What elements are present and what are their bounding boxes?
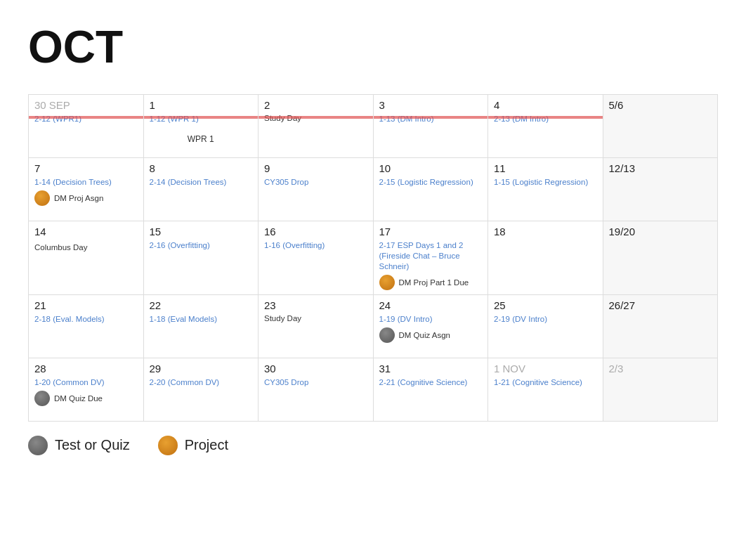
event-text[interactable]: 2-21 (Cognitive Science) [379,377,483,388]
legend-quiz-label: Test or Quiz [55,437,130,453]
event-text[interactable]: CY305 Drop [264,177,367,188]
orange-badge-icon [34,190,50,206]
calendar-cell: 82-14 (Decision Trees) [143,158,259,221]
event-text[interactable]: 2-20 (Common DV) [150,377,253,388]
calendar-cell: 31-13 (DM Intro) [373,95,488,158]
day-number: 10 [379,162,483,174]
day-number: 22 [150,299,253,311]
calendar-cell: 241-19 (DV Intro)DM Quiz Asgn [373,294,488,358]
badge-label: DM Quiz Asgn [399,331,451,339]
event-text[interactable]: 1-20 (Common DV) [34,377,138,388]
event-text[interactable]: 1-15 (Logistic Regression) [494,177,597,188]
wpr-bar [374,116,488,119]
day-number: 11 [494,162,597,174]
day-number: 3 [379,99,483,111]
day-number: 15 [150,226,253,237]
quiz-badge-icon [28,436,48,455]
day-number: 30 SEP [34,99,138,111]
calendar-cell: 111-15 (Logistic Regression) [488,158,603,221]
calendar-table: 30 SEP2-12 (WPR1)11-12 (WPR 1)WPR 12Stud… [28,94,718,422]
event-text[interactable]: 2-16 (Overfitting) [150,240,253,251]
month-title: OCT [28,21,718,73]
day-number: 1 NOV [494,363,597,375]
calendar-cell: 281-20 (Common DV)DM Quiz Due [29,358,144,421]
wpr-bar [488,116,603,119]
event-text[interactable]: 1-19 (DV Intro) [379,314,483,325]
calendar-cell: 26/27 [603,294,718,358]
day-number: 14 [34,226,138,237]
day-number: 5/6 [609,99,712,111]
badge-row: DM Quiz Asgn [379,327,483,343]
columbus-label: Columbus Day [34,243,87,252]
wpr-center-label: WPR 1 [150,134,253,144]
day-number: 16 [264,226,367,237]
day-number: 21 [34,299,138,311]
day-number: 19/20 [609,226,712,237]
calendar-cell: 221-18 (Eval Models) [143,294,259,358]
calendar-cell: 18 [488,221,603,295]
event-text[interactable]: 2-14 (Decision Trees) [150,177,253,188]
day-number: 8 [150,162,253,174]
day-number: 17 [379,226,483,237]
event-text[interactable]: 2-19 (DV Intro) [494,314,597,325]
event-text[interactable]: 1-14 (Decision Trees) [34,177,138,188]
badge-label: DM Proj Asgn [54,194,103,202]
day-number: 12/13 [609,162,712,174]
gray-badge-icon [34,391,50,406]
calendar-cell: 1 NOV1-21 (Cognitive Science) [488,358,603,421]
calendar-cell: 19/20 [603,221,718,295]
calendar-cell: 2/3 [603,358,718,421]
calendar-cell: 161-16 (Overfitting) [259,221,374,295]
day-number: 26/27 [609,299,712,311]
calendar-cell: 30CY305 Drop [259,358,374,421]
calendar-cell: 9CY305 Drop [259,158,374,221]
day-number: 7 [34,162,138,174]
day-number: 28 [34,363,138,375]
wpr-bar [29,116,143,119]
calendar-cell: 30 SEP2-12 (WPR1) [29,95,144,158]
calendar-cell: 2Study Day [259,95,374,158]
calendar-cell: 42-13 (DM Intro) [488,95,603,158]
event-text[interactable]: 1-18 (Eval Models) [150,314,253,325]
day-number: 30 [264,363,367,375]
event-text[interactable]: 1-16 (Overfitting) [264,240,367,251]
day-number: 2 [264,99,367,111]
day-number: 29 [150,363,253,375]
event-text[interactable]: 2-18 (Eval. Models) [34,314,138,325]
day-number: 31 [379,363,483,375]
calendar-cell: 102-15 (Logistic Regression) [373,158,488,221]
calendar-cell: 292-20 (Common DV) [143,358,259,421]
event-text[interactable]: 2-17 ESP Days 1 and 2 (Fireside Chat – B… [379,240,483,272]
badge-label: DM Proj Part 1 Due [399,278,469,287]
badge-row: DM Proj Asgn [34,190,138,206]
legend-project: Project [158,436,228,455]
legend-project-label: Project [185,437,228,453]
wpr-bar [259,116,373,119]
day-number: 25 [494,299,597,311]
calendar-cell: 12/13 [603,158,718,221]
legend: Test or Quiz Project [28,436,718,455]
day-number: 24 [379,299,483,311]
calendar-cell: 11-12 (WPR 1)WPR 1 [143,95,259,158]
calendar-cell: 14Columbus Day [29,221,144,295]
day-number: 4 [494,99,597,111]
event-text[interactable]: CY305 Drop [264,377,367,388]
wpr-bar [144,116,259,119]
day-number: 9 [264,162,367,174]
event-text[interactable]: 1-21 (Cognitive Science) [494,377,597,388]
calendar-cell: 152-16 (Overfitting) [143,221,259,295]
calendar-cell: 312-21 (Cognitive Science) [373,358,488,421]
event-text: Study Day [264,314,367,323]
day-number: 23 [264,299,367,311]
calendar-cell: 172-17 ESP Days 1 and 2 (Fireside Chat –… [373,221,488,295]
gray-badge-icon [379,327,395,343]
calendar-cell: 71-14 (Decision Trees)DM Proj Asgn [29,158,144,221]
badge-label: DM Quiz Due [54,394,103,403]
orange-badge-icon [379,275,395,290]
calendar-cell: 212-18 (Eval. Models) [29,294,144,358]
legend-quiz: Test or Quiz [28,436,130,455]
day-number: 1 [150,99,253,111]
calendar-cell: 23Study Day [259,294,374,358]
event-text[interactable]: 2-15 (Logistic Regression) [379,177,483,188]
day-number: 2/3 [609,363,712,375]
